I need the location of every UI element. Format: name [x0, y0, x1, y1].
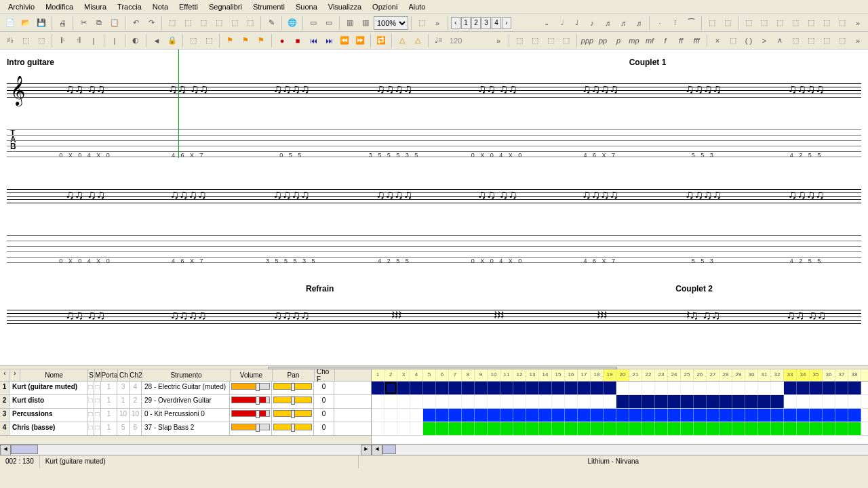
timeline-cell[interactable]: [668, 382, 681, 394]
timeline-cell[interactable]: [436, 382, 449, 394]
timeline-cell[interactable]: [410, 382, 423, 394]
timeline-cell[interactable]: [462, 409, 475, 422]
menu-archivio[interactable]: Archivio: [3, 1, 40, 12]
print-icon[interactable]: 🖨: [55, 16, 70, 30]
timeline-cell[interactable]: [462, 422, 475, 435]
timeline-cell[interactable]: [707, 409, 719, 422]
tool-icon[interactable]: ⬚: [414, 16, 429, 30]
timeline-cell[interactable]: [629, 409, 642, 422]
timeline-cell[interactable]: [410, 422, 423, 435]
timeline-cell[interactable]: [488, 409, 500, 422]
timeline-cell[interactable]: [810, 409, 823, 422]
effect-icon[interactable]: ⬚: [819, 33, 834, 48]
timeline-cell[interactable]: [449, 382, 462, 394]
timeline-cell[interactable]: [578, 395, 591, 408]
page-icon[interactable]: ▥: [358, 16, 373, 30]
timeline-cell[interactable]: [475, 382, 488, 394]
timeline-cell[interactable]: [449, 409, 462, 422]
timeline-cell[interactable]: [604, 382, 616, 394]
prev-track-icon[interactable]: ⏮: [306, 33, 321, 48]
tool-icon[interactable]: ⬚: [804, 16, 818, 30]
timeline-cell[interactable]: [449, 395, 462, 408]
timeline-cell[interactable]: [372, 409, 384, 422]
track-row[interactable]: 4 Chris (basse) □ □ 156 37 - Slap Bass 2…: [0, 422, 371, 436]
timeline-cell[interactable]: [681, 409, 694, 422]
timeline-tick[interactable]: 10: [488, 369, 500, 381]
timeline-tick[interactable]: 21: [629, 369, 642, 381]
track-row[interactable]: 2 Kurt disto □ □ 112 29 - Overdriven Gui…: [0, 395, 371, 409]
effect-icon[interactable]: ×: [710, 33, 725, 48]
timeline-cell[interactable]: [719, 409, 732, 422]
timeline-cell[interactable]: [732, 395, 745, 408]
tool-icon[interactable]: ⬚: [243, 16, 258, 30]
timeline-tick[interactable]: 20: [616, 369, 629, 381]
flag-icon[interactable]: ⚑: [254, 33, 269, 48]
tab-row[interactable]: 0 X 0 4 X 04 6 X 7 3 5 5 5 3 54 2 5 5 0 …: [7, 232, 861, 269]
menu-strumenti[interactable]: Strumenti: [248, 1, 290, 12]
note-icon[interactable]: ♬: [616, 16, 631, 30]
duration-icon[interactable]: ⁝: [668, 16, 683, 30]
timeline-cell[interactable]: [475, 395, 488, 408]
dynamics-icon[interactable]: f: [658, 33, 673, 48]
effect-icon[interactable]: ⬚: [835, 33, 850, 48]
timeline-cell[interactable]: [552, 409, 565, 422]
view-icon[interactable]: ▭: [321, 16, 336, 30]
duration-icon[interactable]: ·: [652, 16, 667, 30]
timeline-tick[interactable]: 32: [771, 369, 784, 381]
countdown-icon[interactable]: △: [410, 33, 425, 48]
timeline-cell[interactable]: [539, 409, 552, 422]
new-file-icon[interactable]: 📄: [3, 16, 18, 30]
timeline-tick[interactable]: 28: [719, 369, 732, 381]
timeline-cell[interactable]: [462, 395, 475, 408]
volume-slider[interactable]: [231, 383, 270, 390]
dynamics-icon[interactable]: mf: [642, 33, 657, 48]
menu-opzioni[interactable]: Opzioni: [367, 1, 403, 12]
timeline-cell[interactable]: [488, 422, 500, 435]
timeline-cell[interactable]: [707, 395, 719, 408]
marker-1[interactable]: 1: [461, 17, 471, 29]
effect-icon[interactable]: ⬚: [528, 33, 542, 48]
paste-icon[interactable]: 📋: [107, 16, 122, 30]
timeline-tick[interactable]: 23: [655, 369, 668, 381]
page-icon[interactable]: ▥: [342, 16, 357, 30]
bar-icon[interactable]: |: [86, 33, 101, 48]
note-sixteenth-icon[interactable]: ♬: [600, 16, 615, 30]
timeline-cell[interactable]: [475, 409, 488, 422]
tool-icon[interactable]: ⬚: [788, 16, 803, 30]
timeline-tick[interactable]: 37: [835, 369, 848, 381]
forward-icon[interactable]: ⏩: [353, 33, 368, 48]
timeline-tick[interactable]: 34: [797, 369, 810, 381]
timeline-cell[interactable]: [655, 382, 668, 394]
mute-toggle[interactable]: □: [94, 395, 101, 408]
timeline-cell[interactable]: [784, 395, 797, 408]
flag-icon[interactable]: ⚑: [238, 33, 253, 48]
key-icon[interactable]: ♯♭: [3, 33, 18, 48]
timeline-tick[interactable]: 31: [758, 369, 771, 381]
tool-icon[interactable]: ⬚: [227, 16, 242, 30]
timeline-cell[interactable]: [707, 422, 719, 435]
timeline-cell[interactable]: [797, 382, 810, 394]
timeline-cell[interactable]: [784, 422, 797, 435]
timeline-cell[interactable]: [797, 409, 810, 422]
score-view[interactable]: Intro guitare Couplet 1 𝄞 ♫♫ ♫♫♫♫ ♫♫ ♫♫♫…: [0, 49, 868, 365]
dynamics-icon[interactable]: mp: [627, 33, 642, 48]
timeline-cell[interactable]: [655, 422, 668, 435]
timeline-cell[interactable]: [629, 422, 642, 435]
timeline-cell[interactable]: [539, 382, 552, 394]
timeline-cell[interactable]: [719, 395, 732, 408]
effect-icon[interactable]: ∧: [772, 33, 787, 48]
expand-icon[interactable]: »: [850, 33, 865, 48]
solo-toggle[interactable]: □: [87, 409, 94, 422]
volume-slider[interactable]: [231, 424, 270, 430]
timeline-cell[interactable]: [694, 382, 707, 394]
note-quarter-icon[interactable]: ♩: [569, 16, 584, 30]
timeline-cell[interactable]: [745, 395, 758, 408]
tool-icon[interactable]: ⬚: [720, 16, 735, 30]
timeline[interactable]: 1234567891011121314151617181920212223242…: [372, 369, 868, 444]
timeline-cell[interactable]: [500, 382, 513, 394]
menu-visualizza[interactable]: Visualizza: [323, 1, 367, 12]
timeline-cell[interactable]: [810, 382, 823, 394]
timeline-cell[interactable]: [835, 422, 848, 435]
tool-icon[interactable]: 🔒: [165, 33, 180, 48]
timeline-cell[interactable]: [488, 382, 500, 394]
